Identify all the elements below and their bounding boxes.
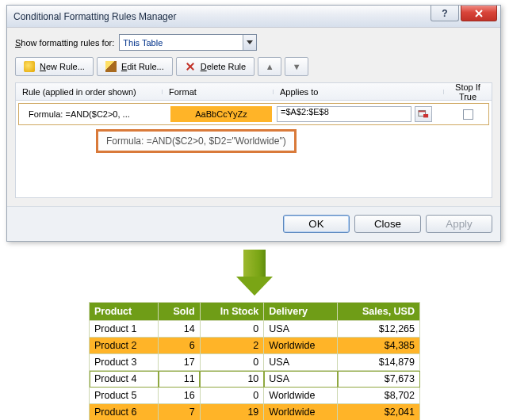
range-picker-button[interactable] xyxy=(415,106,432,122)
show-rules-for-row: Show formatting rules for: This Table xyxy=(15,34,492,51)
delete-rule-icon xyxy=(185,61,196,72)
cell-sales[interactable]: $7,673 xyxy=(338,371,420,388)
cell-sold[interactable]: 16 xyxy=(159,388,201,404)
rule-format-preview: AaBbCcYyZz xyxy=(170,106,272,122)
cell-delivery[interactable]: USA xyxy=(264,354,338,371)
cell-product[interactable]: Product 2 xyxy=(90,338,159,354)
cell-sales[interactable]: $12,265 xyxy=(338,321,420,338)
close-button[interactable]: Close xyxy=(354,215,421,233)
cell-sales[interactable]: $8,702 xyxy=(338,388,420,404)
triangle-up-icon: ▲ xyxy=(266,62,274,71)
new-rule-icon xyxy=(24,61,35,72)
cell-sales[interactable]: $4,385 xyxy=(338,338,420,354)
move-down-button[interactable]: ▼ xyxy=(285,57,308,76)
table-row[interactable]: Product 1140USA$12,265 xyxy=(90,321,420,338)
chevron-down-icon xyxy=(243,35,256,50)
new-rule-button[interactable]: New Rule... xyxy=(15,57,94,76)
delete-rule-button[interactable]: Delete Rule xyxy=(176,57,255,76)
header-applies-to: Applies to xyxy=(274,87,444,97)
cell-product[interactable]: Product 5 xyxy=(90,388,159,404)
cell-delivery[interactable]: USA xyxy=(264,321,338,338)
edit-rule-button[interactable]: Edit Rule... xyxy=(97,57,173,76)
show-rules-label: Show formatting rules for: xyxy=(15,38,114,48)
help-button[interactable]: ? xyxy=(431,6,459,21)
cell-sales[interactable]: $14,879 xyxy=(338,354,420,371)
table-row[interactable]: Product 262Worldwide$4,385 xyxy=(90,338,420,354)
green-arrow-graphic xyxy=(236,250,273,296)
table-row[interactable]: Product 41110USA$7,673 xyxy=(90,371,420,388)
close-icon xyxy=(474,9,484,18)
cell-product[interactable]: Product 3 xyxy=(90,354,159,371)
cell-instock[interactable]: 0 xyxy=(200,321,264,338)
edit-rule-icon xyxy=(105,61,117,72)
cell-product[interactable]: Product 6 xyxy=(90,404,159,421)
show-rules-dropdown[interactable]: This Table xyxy=(119,34,257,51)
result-table: Product Sold In Stock Delivery Sales, US… xyxy=(89,302,420,420)
cell-sold[interactable]: 17 xyxy=(159,354,201,371)
cell-sold[interactable]: 11 xyxy=(159,371,201,388)
svg-rect-2 xyxy=(423,114,428,117)
apply-button[interactable]: Apply xyxy=(426,215,492,233)
svg-rect-1 xyxy=(419,111,426,113)
th-instock: In Stock xyxy=(200,303,264,321)
header-stop-if-true: Stop If True xyxy=(444,82,492,101)
rules-header: Rule (applied in order shown) Format App… xyxy=(16,83,492,101)
formula-tooltip: Formula: =AND($C2>0, $D2="Worldwide") xyxy=(96,129,297,153)
dialog-buttons: OK Close Apply xyxy=(7,206,500,241)
cell-instock[interactable]: 0 xyxy=(200,388,264,404)
show-rules-value: This Table xyxy=(123,38,163,48)
cell-sold[interactable]: 14 xyxy=(159,321,201,338)
cell-delivery[interactable]: Worldwide xyxy=(264,338,338,354)
cell-sold[interactable]: 6 xyxy=(159,338,201,354)
ok-button[interactable]: OK xyxy=(283,215,350,233)
th-sales: Sales, USD xyxy=(338,303,420,321)
cell-delivery[interactable]: Worldwide xyxy=(264,404,338,421)
applies-to-input[interactable]: =$A$2:$E$8 xyxy=(277,106,411,122)
cell-delivery[interactable]: Worldwide xyxy=(264,388,338,404)
rules-toolbar: New Rule... Edit Rule... Delete Rule ▲ ▼ xyxy=(15,57,492,76)
rule-formula-label: Formula: =AND($C2>0, ... xyxy=(19,109,166,119)
cell-instock[interactable]: 10 xyxy=(200,371,264,388)
cell-product[interactable]: Product 1 xyxy=(90,321,159,338)
cell-instock[interactable]: 19 xyxy=(200,404,264,421)
rule-row[interactable]: Formula: =AND($C2>0, ... AaBbCcYyZz =$A$… xyxy=(18,103,489,125)
cell-delivery[interactable]: USA xyxy=(264,371,338,388)
move-up-button[interactable]: ▲ xyxy=(258,57,281,76)
th-delivery: Delivery xyxy=(264,303,338,321)
table-row[interactable]: Product 6719Worldwide$2,041 xyxy=(90,404,420,421)
th-sold: Sold xyxy=(159,303,201,321)
cell-instock[interactable]: 0 xyxy=(200,354,264,371)
th-product: Product xyxy=(90,303,159,321)
dialog-title: Conditional Formatting Rules Manager xyxy=(13,11,176,22)
table-row[interactable]: Product 3170USA$14,879 xyxy=(90,354,420,371)
cell-instock[interactable]: 2 xyxy=(200,338,264,354)
table-row[interactable]: Product 5160Worldwide$8,702 xyxy=(90,388,420,404)
cell-sold[interactable]: 7 xyxy=(159,404,201,421)
range-picker-icon xyxy=(418,109,429,120)
cf-rules-manager-dialog: Conditional Formatting Rules Manager ? S… xyxy=(6,5,501,242)
table-header-row: Product Sold In Stock Delivery Sales, US… xyxy=(90,303,420,321)
titlebar[interactable]: Conditional Formatting Rules Manager ? xyxy=(7,6,500,28)
header-rule: Rule (applied in order shown) xyxy=(16,87,163,97)
cell-sales[interactable]: $2,041 xyxy=(338,404,420,421)
header-format: Format xyxy=(163,87,274,97)
stop-if-true-checkbox[interactable] xyxy=(463,109,473,120)
cell-product[interactable]: Product 4 xyxy=(90,371,159,388)
close-window-button[interactable] xyxy=(461,6,497,21)
triangle-down-icon: ▼ xyxy=(293,62,301,71)
